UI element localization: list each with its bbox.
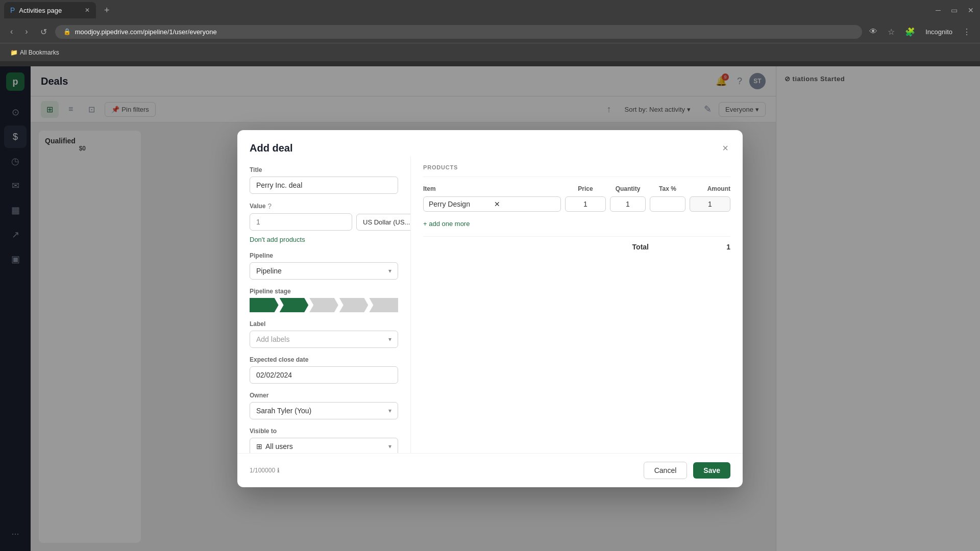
- title-label: Title: [250, 166, 398, 173]
- browser-chrome: P Activities page ✕ + ─ ▭ ✕ ‹ › ↺ 🔒 mood…: [0, 0, 980, 66]
- character-count: 1/100000 ℹ: [250, 467, 280, 474]
- pipeline-stages[interactable]: [250, 298, 398, 312]
- product-clear-button[interactable]: ✕: [494, 200, 555, 208]
- visible-to-field-group: Visible to ⊞ All users ▾: [250, 428, 398, 453]
- browser-titlebar: P Activities page ✕ + ─ ▭ ✕: [0, 0, 980, 20]
- stage-2[interactable]: [280, 298, 309, 312]
- tab-title: Activities page: [19, 7, 62, 14]
- owner-label: Owner: [250, 392, 398, 399]
- modal-left-panel: Title Value ? US Dollar (US... ▾: [237, 156, 411, 453]
- incognito-label: Incognito: [922, 26, 955, 38]
- chevron-down-icon: ▾: [388, 336, 391, 343]
- close-window-button[interactable]: ✕: [966, 4, 976, 16]
- minimize-button[interactable]: ─: [934, 4, 943, 16]
- chevron-down-icon: ▾: [388, 267, 391, 274]
- close-date-input[interactable]: [250, 366, 398, 384]
- column-header-item: Item: [423, 185, 561, 192]
- visible-to-dropdown[interactable]: ⊞ All users ▾: [250, 438, 398, 453]
- currency-dropdown[interactable]: US Dollar (US... ▾: [356, 214, 411, 231]
- close-date-field-group: Expected close date: [250, 356, 398, 384]
- bookmarks-folder[interactable]: 📁 All Bookmarks: [6, 47, 63, 58]
- modal-close-button[interactable]: ×: [720, 140, 730, 156]
- tab-close-button[interactable]: ✕: [85, 7, 90, 14]
- browser-toolbar: ‹ › ↺ 🔒 moodjoy.pipedrive.com/pipeline/1…: [0, 20, 980, 43]
- extension-icon[interactable]: 🧩: [902, 25, 918, 39]
- product-price-input[interactable]: [565, 196, 606, 212]
- address-bar[interactable]: 🔒 moodjoy.pipedrive.com/pipeline/1/user/…: [55, 25, 863, 39]
- product-quantity-input[interactable]: [610, 196, 646, 212]
- chevron-down-icon: ▾: [388, 443, 391, 450]
- tab-favicon: P: [10, 6, 15, 14]
- visible-to-label: Visible to: [250, 428, 398, 435]
- pipeline-stage-field-group: Pipeline stage: [250, 288, 398, 312]
- toolbar-right: 👁 ☆ 🧩 Incognito ⋮: [866, 25, 974, 39]
- owner-field-group: Owner Sarah Tyler (You) ▾: [250, 392, 398, 419]
- maximize-button[interactable]: ▭: [949, 4, 960, 16]
- total-label: Total: [423, 243, 690, 251]
- column-header-quantity: Quantity: [610, 185, 646, 192]
- modal-body: Title Value ? US Dollar (US... ▾: [237, 156, 743, 453]
- dont-add-products-link[interactable]: Don't add products: [250, 236, 305, 243]
- pipeline-field-group: Pipeline Pipeline ▾: [250, 252, 398, 280]
- owner-dropdown[interactable]: Sarah Tyler (You) ▾: [250, 402, 398, 419]
- product-amount-input: [690, 196, 730, 212]
- title-input[interactable]: [250, 177, 398, 194]
- modal-header: Add deal ×: [237, 130, 743, 156]
- label-dropdown[interactable]: Add labels ▾: [250, 331, 398, 348]
- title-field-group: Title: [250, 166, 398, 194]
- products-table: Item Price Quantity Tax % Amount Perry D…: [423, 185, 730, 251]
- modal-overlay[interactable]: Add deal × Title Value ?: [0, 66, 980, 551]
- column-header-price: Price: [565, 185, 606, 192]
- bookmark-star-icon[interactable]: ☆: [885, 25, 898, 39]
- product-row: Perry Design ✕: [423, 196, 730, 212]
- info-icon: ℹ: [277, 467, 280, 474]
- modal-footer: 1/100000 ℹ Cancel Save: [237, 453, 743, 487]
- pipeline-label: Pipeline: [250, 252, 398, 259]
- product-item-field[interactable]: Perry Design ✕: [423, 196, 561, 212]
- menu-icon[interactable]: ⋮: [960, 25, 974, 39]
- back-button[interactable]: ‹: [6, 25, 17, 38]
- stage-5[interactable]: [369, 298, 398, 312]
- grid-icon: ⊞: [256, 442, 262, 450]
- reload-button[interactable]: ↺: [36, 25, 51, 39]
- new-tab-button[interactable]: +: [100, 3, 114, 18]
- modal-right-panel: PRODUCTS Item Price Quantity Tax % Amoun…: [411, 156, 743, 453]
- product-tax-input[interactable]: [650, 196, 685, 212]
- stage-label: Pipeline stage: [250, 288, 398, 295]
- total-value: 1: [690, 243, 730, 251]
- forward-button[interactable]: ›: [21, 25, 32, 38]
- eye-slash-icon[interactable]: 👁: [866, 25, 880, 38]
- close-date-label: Expected close date: [250, 356, 398, 363]
- value-label: Value: [250, 203, 265, 210]
- product-item-name: Perry Design: [429, 200, 490, 208]
- column-header-amount: Amount: [690, 185, 730, 192]
- products-table-header: Item Price Quantity Tax % Amount: [423, 185, 730, 192]
- add-product-button[interactable]: + add one more: [423, 220, 470, 228]
- products-section-title: PRODUCTS: [423, 164, 730, 177]
- lock-icon: 🔒: [63, 28, 71, 35]
- column-header-tax: Tax %: [650, 185, 685, 192]
- stage-3[interactable]: [309, 298, 338, 312]
- cancel-button[interactable]: Cancel: [644, 462, 688, 479]
- add-deal-modal: Add deal × Title Value ?: [237, 130, 743, 487]
- pipeline-dropdown[interactable]: Pipeline ▾: [250, 262, 398, 280]
- value-input[interactable]: [250, 213, 352, 231]
- url-text: moodjoy.pipedrive.com/pipeline/1/user/ev…: [75, 28, 217, 36]
- chevron-down-icon: ▾: [388, 407, 391, 414]
- products-total-row: Total 1: [423, 236, 730, 251]
- stage-1[interactable]: [250, 298, 279, 312]
- modal-title: Add deal: [250, 142, 292, 154]
- stage-4[interactable]: [339, 298, 369, 312]
- browser-tab[interactable]: P Activities page ✕: [4, 2, 96, 18]
- label-label: Label: [250, 320, 398, 328]
- save-button[interactable]: Save: [693, 462, 730, 479]
- value-help-icon[interactable]: ?: [267, 202, 272, 210]
- value-row: US Dollar (US... ▾: [250, 213, 398, 231]
- label-field-group: Label Add labels ▾: [250, 320, 398, 348]
- browser-bookmarks: 📁 All Bookmarks: [0, 43, 980, 61]
- window-controls: ─ ▭ ✕: [934, 4, 976, 16]
- value-field-group: Value ? US Dollar (US... ▾ Don't add pro…: [250, 202, 398, 244]
